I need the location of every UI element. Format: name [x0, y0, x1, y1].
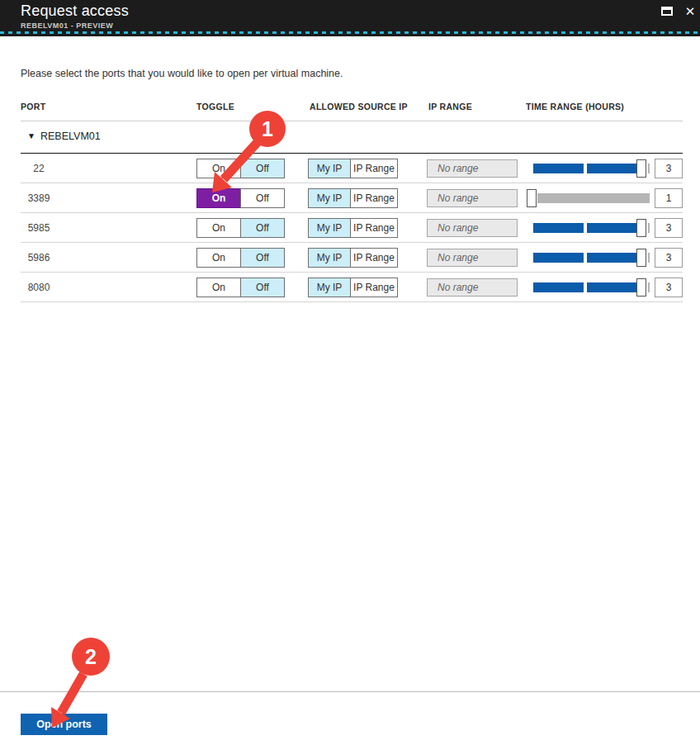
slider-handle[interactable]: [527, 189, 537, 207]
chevron-down-icon[interactable]: ▼: [27, 131, 35, 140]
ip-range-input: [427, 189, 518, 207]
hours-input[interactable]: [655, 278, 683, 297]
slider-track: [648, 164, 650, 173]
toggle-group: On Off: [196, 218, 285, 238]
instruction-text: Please select the ports that you would l…: [21, 68, 343, 79]
toggle-group: On Off: [196, 248, 285, 268]
table-row: 3389 On Off My IP IP Range: [21, 183, 683, 213]
slider-fill: [533, 253, 584, 263]
page-subtitle: REBELVM01 - PREVIEW: [21, 21, 113, 30]
port-label: 5985: [21, 213, 57, 243]
ip-range-button[interactable]: IP Range: [350, 188, 398, 208]
toggle-off-button[interactable]: Off: [240, 248, 285, 268]
ip-range-button[interactable]: IP Range: [350, 278, 398, 297]
slider-fill: [587, 164, 636, 173]
source-ip-group: My IP IP Range: [308, 188, 398, 208]
toggle-off-button[interactable]: Off: [240, 218, 285, 238]
ip-range-input: [427, 249, 518, 267]
port-label: 8080: [21, 273, 57, 302]
table-row: 5985 On Off My IP IP Range: [21, 213, 683, 243]
time-range-slider[interactable]: [527, 278, 650, 297]
ip-range-input: [427, 278, 518, 297]
slider-track: [648, 223, 650, 233]
hours-input[interactable]: [655, 218, 683, 238]
hours-input[interactable]: [655, 188, 683, 208]
slider-fill: [587, 253, 636, 263]
slider-fill: [587, 223, 636, 233]
toggle-on-button[interactable]: On: [196, 218, 241, 238]
my-ip-button[interactable]: My IP: [308, 159, 351, 178]
port-label: 3389: [21, 183, 57, 213]
toggle-on-button[interactable]: On: [196, 188, 241, 208]
time-range-slider[interactable]: [527, 248, 650, 268]
slider-handle[interactable]: [636, 249, 646, 267]
slider-track: [537, 193, 650, 203]
open-ports-button[interactable]: Open ports: [21, 714, 107, 735]
slider-track: [648, 282, 650, 292]
column-header-allowed-source-ip: ALLOWED SOURCE IP: [310, 102, 408, 112]
ip-range-button[interactable]: IP Range: [350, 218, 398, 238]
hours-input[interactable]: [655, 248, 683, 268]
my-ip-button[interactable]: My IP: [308, 218, 351, 238]
table-row: 22 On Off My IP IP Range: [21, 154, 683, 183]
column-header-toggle: TOGGLE: [196, 102, 234, 112]
ip-range-input: [427, 219, 518, 237]
hours-input[interactable]: [655, 159, 683, 178]
toggle-group: On Off: [196, 278, 285, 297]
toggle-off-button[interactable]: Off: [240, 188, 285, 208]
ip-range-button[interactable]: IP Range: [350, 248, 398, 268]
time-range-slider[interactable]: [527, 218, 650, 238]
vm-group-name: REBELVM01: [40, 130, 101, 142]
blade-header: Request access REBELVM01 - PREVIEW ✕: [0, 0, 700, 36]
toggle-group: On Off: [196, 159, 285, 178]
time-range-slider[interactable]: [527, 159, 650, 178]
column-header-time-range: TIME RANGE (HOURS): [526, 102, 624, 112]
time-range-slider[interactable]: [527, 188, 650, 208]
my-ip-button[interactable]: My IP: [308, 248, 351, 268]
toggle-off-button[interactable]: Off: [240, 159, 285, 178]
loading-dots-bar: [0, 31, 700, 34]
toggle-on-button[interactable]: On: [196, 159, 241, 178]
source-ip-group: My IP IP Range: [308, 248, 398, 268]
source-ip-group: My IP IP Range: [308, 159, 398, 178]
my-ip-button[interactable]: My IP: [308, 278, 351, 297]
slider-handle[interactable]: [636, 219, 646, 237]
toggle-group: On Off: [196, 188, 285, 208]
slider-handle[interactable]: [636, 278, 646, 297]
port-label: 22: [21, 154, 57, 183]
annotation-overlay: 1 2: [0, 0, 700, 745]
footer-divider: [0, 691, 700, 692]
page-title: Request access: [21, 2, 129, 20]
port-label: 5986: [21, 243, 57, 273]
source-ip-group: My IP IP Range: [308, 218, 398, 238]
close-icon[interactable]: ✕: [682, 3, 698, 20]
source-ip-group: My IP IP Range: [308, 278, 398, 297]
column-header-port: PORT: [21, 102, 45, 112]
ip-range-button[interactable]: IP Range: [350, 159, 398, 178]
annotation-step-2-badge: 2: [85, 645, 97, 668]
my-ip-button[interactable]: My IP: [308, 188, 351, 208]
slider-fill: [533, 223, 584, 233]
ip-range-input: [427, 159, 518, 178]
toggle-on-button[interactable]: On: [196, 248, 241, 268]
slider-track: [648, 253, 650, 263]
slider-handle[interactable]: [636, 159, 646, 178]
toggle-off-button[interactable]: Off: [240, 278, 285, 297]
request-access-blade: Request access REBELVM01 - PREVIEW ✕ Ple…: [0, 0, 700, 745]
vm-group-row[interactable]: ▼ REBELVM01: [21, 121, 683, 154]
table-row: 5986 On Off My IP IP Range: [21, 243, 683, 273]
slider-fill: [533, 282, 584, 292]
slider-fill: [533, 164, 584, 173]
column-header-ip-range: IP RANGE: [428, 102, 472, 112]
slider-fill: [587, 282, 636, 292]
toggle-on-button[interactable]: On: [196, 278, 241, 297]
table-row: 8080 On Off My IP IP Range: [21, 273, 683, 302]
maximize-icon[interactable]: [661, 7, 673, 16]
